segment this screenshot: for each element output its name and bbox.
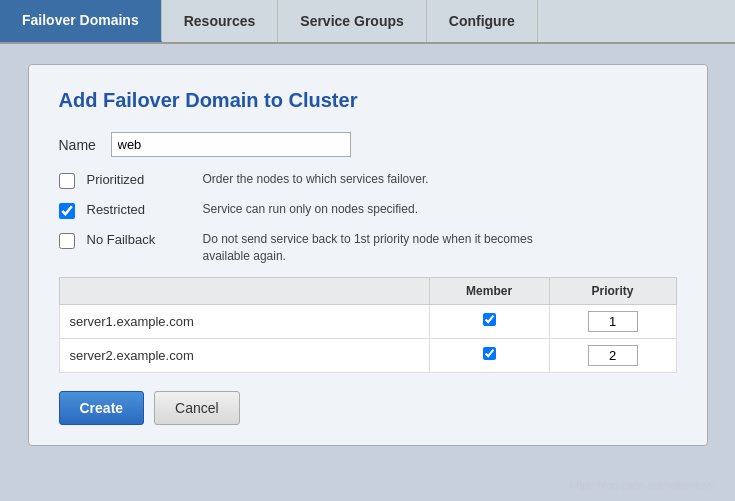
- dialog-title: Add Failover Domain to Cluster: [59, 89, 677, 112]
- dialog: Add Failover Domain to Cluster Name Prio…: [28, 64, 708, 446]
- tab-service-groups[interactable]: Service Groups: [278, 0, 427, 42]
- restricted-desc: Service can run only on nodes specified.: [203, 201, 418, 218]
- cancel-button[interactable]: Cancel: [154, 391, 240, 425]
- server2-name: server2.example.com: [59, 338, 429, 372]
- col-member-header: Member: [429, 277, 549, 304]
- server1-member-checkbox[interactable]: [483, 313, 496, 326]
- tab-configure[interactable]: Configure: [427, 0, 538, 42]
- no-failback-label: No Failback: [87, 231, 187, 247]
- server2-member-checkbox[interactable]: [483, 347, 496, 360]
- server2-member-cell: [429, 338, 549, 372]
- no-failback-row: No Failback Do not send service back to …: [59, 231, 677, 265]
- table-row: server1.example.com: [59, 304, 676, 338]
- prioritized-desc: Order the nodes to which services failov…: [203, 171, 429, 188]
- restricted-row: Restricted Service can run only on nodes…: [59, 201, 677, 219]
- create-button[interactable]: Create: [59, 391, 145, 425]
- col-priority-header: Priority: [549, 277, 676, 304]
- tab-resources[interactable]: Resources: [162, 0, 279, 42]
- tab-failover-domains[interactable]: Failover Domains: [0, 0, 162, 42]
- no-failback-desc: Do not send service back to 1st priority…: [203, 231, 543, 265]
- restricted-label: Restricted: [87, 201, 187, 217]
- no-failback-checkbox[interactable]: [59, 233, 75, 249]
- server2-priority-input[interactable]: [588, 345, 638, 366]
- server1-name: server1.example.com: [59, 304, 429, 338]
- prioritized-label: Prioritized: [87, 171, 187, 187]
- name-label: Name: [59, 137, 99, 153]
- members-table: Member Priority server1.example.com serv…: [59, 277, 677, 373]
- nav-bar: Failover Domains Resources Service Group…: [0, 0, 735, 44]
- name-input[interactable]: [111, 132, 351, 157]
- prioritized-checkbox[interactable]: [59, 173, 75, 189]
- restricted-checkbox[interactable]: [59, 203, 75, 219]
- prioritized-row: Prioritized Order the nodes to which ser…: [59, 171, 677, 189]
- server1-priority-cell: [549, 304, 676, 338]
- server1-member-cell: [429, 304, 549, 338]
- server1-priority-input[interactable]: [588, 311, 638, 332]
- watermark: http://blog.csdn.net/feitainlovy: [570, 479, 715, 491]
- server2-priority-cell: [549, 338, 676, 372]
- col-name-header: [59, 277, 429, 304]
- content-area: Add Failover Domain to Cluster Name Prio…: [0, 44, 735, 501]
- table-row: server2.example.com: [59, 338, 676, 372]
- button-row: Create Cancel: [59, 391, 677, 425]
- name-row: Name: [59, 132, 677, 157]
